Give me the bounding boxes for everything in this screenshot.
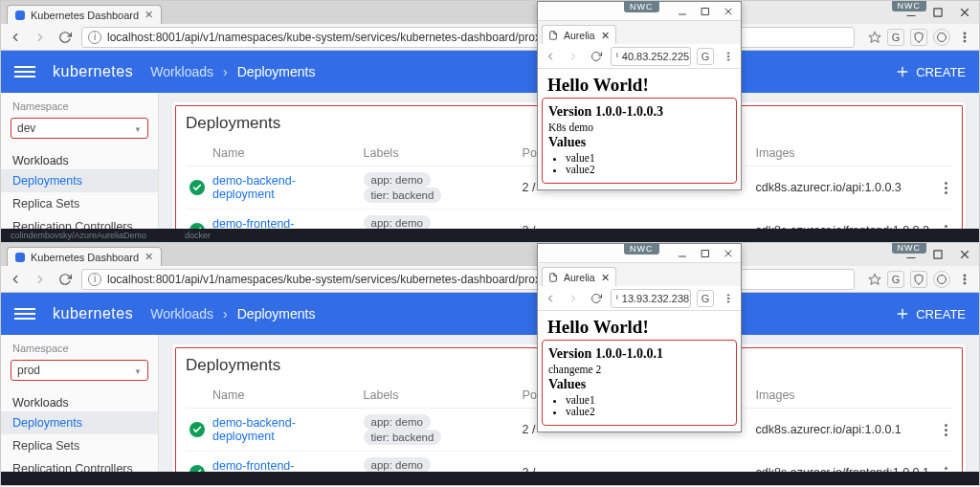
doc-icon xyxy=(548,31,558,40)
overlay-tab-title: Aurelia xyxy=(564,30,595,41)
reload-button[interactable] xyxy=(588,48,605,65)
create-button[interactable]: CREATE xyxy=(895,306,966,321)
ext-shield-icon[interactable] xyxy=(910,29,927,46)
forward-button[interactable] xyxy=(32,271,49,288)
tab-close-icon[interactable]: ✕ xyxy=(145,9,153,21)
browser-menu-icon[interactable] xyxy=(956,29,973,46)
overlay-browser: NWC Aurelia ✕ i 13.93.232.238 xyxy=(537,243,742,432)
app-logo[interactable]: kubernetes xyxy=(53,305,133,322)
ext-shield-icon[interactable] xyxy=(910,271,927,288)
svg-point-5 xyxy=(938,33,947,41)
back-button[interactable] xyxy=(7,29,24,46)
label-chip: tier: backend xyxy=(364,188,442,203)
values-list: value1value2 xyxy=(566,394,730,417)
sidebar-item-replica-sets[interactable]: Replica Sets xyxy=(1,192,158,215)
ext-g-icon[interactable]: G xyxy=(697,290,714,307)
back-button[interactable] xyxy=(542,48,559,65)
create-button[interactable]: CREATE xyxy=(895,64,966,79)
col-labels[interactable]: Labels xyxy=(360,383,519,409)
nwc-badge: NWC xyxy=(624,243,659,255)
site-info-icon[interactable]: i xyxy=(616,51,618,62)
label-chip: app: demo xyxy=(364,172,431,188)
tab-title: Kubernetes Dashboard xyxy=(31,252,139,263)
window-close-icon[interactable] xyxy=(722,247,735,260)
browser-tab[interactable]: Kubernetes Dashboard ✕ xyxy=(7,247,162,266)
deployment-link[interactable]: demo-backend-deployment xyxy=(212,416,296,443)
window-close-icon[interactable] xyxy=(958,248,971,261)
app-header: kubernetes Workloads › Deployments CREAT… xyxy=(1,293,979,335)
window-close-icon[interactable] xyxy=(958,6,971,19)
ext-circle-icon[interactable] xyxy=(933,29,950,46)
sidebar-item-replica-sets[interactable]: Replica Sets xyxy=(1,434,158,457)
site-info-icon[interactable]: i xyxy=(88,273,101,286)
window-close-icon[interactable] xyxy=(722,5,735,18)
hamburger-icon[interactable] xyxy=(14,308,35,320)
overlay-tab[interactable]: Aurelia ✕ xyxy=(542,25,616,44)
window-minimize-icon[interactable] xyxy=(676,247,689,260)
overlay-address-bar[interactable]: i 13.93.232.238 xyxy=(611,289,691,308)
value-item: value2 xyxy=(566,164,730,175)
site-info-icon[interactable]: i xyxy=(616,293,618,304)
overlay-url: 40.83.252.225 xyxy=(622,51,689,62)
ext-g-icon[interactable]: G xyxy=(887,271,904,288)
forward-button[interactable] xyxy=(565,48,582,65)
tab-close-icon[interactable]: ✕ xyxy=(145,251,153,263)
ext-g-icon[interactable]: G xyxy=(697,48,714,65)
browser-menu-icon[interactable] xyxy=(720,290,737,307)
window-maximize-icon[interactable] xyxy=(931,6,945,19)
overlay-tabbar: Aurelia ✕ xyxy=(538,21,741,44)
namespace-select[interactable]: prod ▼ xyxy=(11,360,148,381)
overlay-tab[interactable]: Aurelia ✕ xyxy=(542,267,616,286)
window-maximize-icon[interactable] xyxy=(699,5,712,18)
sidebar: Namespace dev ▼ Workloads DeploymentsRep… xyxy=(1,93,159,242)
browser-navbar: i localhost:8001/api/v1/namespaces/kube-… xyxy=(1,24,979,51)
sidebar-section-workloads[interactable]: Workloads xyxy=(1,148,158,169)
overlay-tab-title: Aurelia xyxy=(564,272,595,283)
tab-close-icon[interactable]: ✕ xyxy=(601,272,610,283)
window-minimize-icon[interactable] xyxy=(676,5,689,18)
back-button[interactable] xyxy=(542,290,559,307)
forward-button[interactable] xyxy=(565,290,582,307)
namespace-select[interactable]: dev ▼ xyxy=(11,118,148,139)
sidebar-item-deployments[interactable]: Deployments xyxy=(1,169,158,192)
reload-button[interactable] xyxy=(56,29,74,46)
window-maximize-icon[interactable] xyxy=(699,247,712,260)
browser-tab[interactable]: Kubernetes Dashboard ✕ xyxy=(7,5,162,24)
create-label: CREATE xyxy=(916,65,966,79)
svg-rect-1 xyxy=(934,9,942,16)
browser-menu-icon[interactable] xyxy=(720,48,737,65)
svg-point-37 xyxy=(727,300,729,302)
k8s-favicon-icon xyxy=(15,253,25,262)
terminal-strip xyxy=(1,472,979,485)
ext-circle-icon[interactable] xyxy=(933,271,950,288)
col-name[interactable]: Name xyxy=(209,383,360,409)
svg-rect-31 xyxy=(702,250,709,256)
hamburger-icon[interactable] xyxy=(14,66,35,77)
col-name[interactable]: Name xyxy=(209,141,360,166)
window-maximize-icon[interactable] xyxy=(931,248,945,261)
values-heading: Values xyxy=(548,377,730,392)
sidebar-item-deployments[interactable]: Deployments xyxy=(1,411,158,434)
bookmark-star-icon[interactable] xyxy=(868,31,881,44)
breadcrumb-parent[interactable]: Workloads xyxy=(150,64,213,79)
plus-icon xyxy=(895,64,910,79)
deployment-link[interactable]: demo-backend-deployment xyxy=(212,174,296,201)
forward-button[interactable] xyxy=(32,29,49,46)
overlay-navbar: i 13.93.232.238 G xyxy=(538,286,741,311)
site-info-icon[interactable]: i xyxy=(88,31,101,44)
breadcrumb-parent[interactable]: Workloads xyxy=(150,306,213,321)
tab-close-icon[interactable]: ✕ xyxy=(601,30,610,41)
back-button[interactable] xyxy=(7,271,24,288)
reload-button[interactable] xyxy=(588,290,605,307)
bookmark-star-icon[interactable] xyxy=(868,273,881,286)
tab-title: Kubernetes Dashboard xyxy=(31,10,139,21)
app-logo[interactable]: kubernetes xyxy=(53,63,133,80)
col-labels[interactable]: Labels xyxy=(360,141,519,166)
browser-menu-icon[interactable] xyxy=(956,271,973,288)
ext-g-icon[interactable]: G xyxy=(887,29,904,46)
sidebar-section-workloads[interactable]: Workloads xyxy=(1,390,158,411)
row-menu-icon[interactable] xyxy=(945,182,948,194)
reload-button[interactable] xyxy=(56,271,74,288)
overlay-address-bar[interactable]: i 40.83.252.225 xyxy=(611,47,691,66)
row-menu-icon[interactable] xyxy=(945,424,948,436)
